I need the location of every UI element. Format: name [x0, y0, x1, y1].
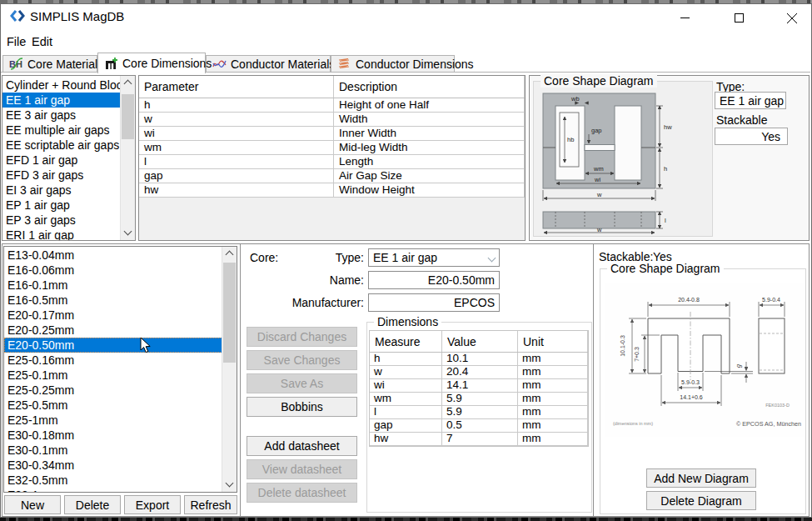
list-item[interactable]: E20-0.17mm — [4, 308, 222, 323]
list-item[interactable]: EFD 1 air gap — [2, 153, 121, 168]
list-item[interactable]: E13-0.04mm — [4, 248, 222, 263]
list-item[interactable]: EP 3 air gaps — [2, 213, 121, 228]
type-combobox[interactable]: EE 1 air gap — [368, 248, 500, 267]
core-list-scrollbar[interactable] — [222, 247, 237, 492]
parameter-description: Air Gap Size — [334, 169, 525, 183]
list-item[interactable]: ERI 1 air gap — [2, 228, 121, 240]
list-item[interactable]: E16-0.1mm — [4, 278, 222, 293]
table-row[interactable]: wWidth — [139, 113, 525, 127]
list-item[interactable]: EP 1 air gap — [2, 198, 121, 213]
close-button[interactable] — [773, 4, 811, 32]
table-row[interactable]: wmMid-leg Width — [139, 141, 525, 155]
svg-text:7+0.3: 7+0.3 — [634, 347, 640, 362]
list-item[interactable]: E25-0.16mm — [4, 353, 222, 368]
table-row[interactable]: wm5.9mm — [370, 393, 588, 406]
measure-value: 20.4 — [442, 366, 518, 378]
list-item[interactable]: EE 3 air gaps — [2, 108, 121, 123]
stackable-value-box: Yes — [715, 128, 788, 145]
list-item[interactable]: E16-0.5mm — [4, 293, 222, 308]
list-item[interactable]: E33-1mm — [4, 488, 222, 492]
list-item[interactable]: E32-0.5mm — [4, 473, 222, 488]
list-item[interactable]: E20-0.50mm — [4, 338, 222, 353]
table-row[interactable]: gapAir Gap Size — [139, 169, 525, 183]
scroll-up-icon[interactable] — [121, 76, 135, 90]
manufacturer-field[interactable]: EPCOS — [368, 293, 500, 312]
menu-edit[interactable]: Edit — [32, 34, 52, 50]
table-row[interactable]: hw7mm — [370, 433, 588, 446]
list-item[interactable]: EE scriptable air gaps — [2, 138, 121, 153]
view-datasheet-button[interactable]: View datasheet — [247, 459, 357, 479]
core-type-list-panel: Cylinder + Round BlockEE 1 air gapEE 3 a… — [2, 75, 136, 241]
svg-text:FEK0103-D: FEK0103-D — [765, 403, 790, 408]
svg-text:5.9-0.4: 5.9-0.4 — [762, 297, 780, 303]
groupbox-title: Core Shape Diagram — [541, 74, 657, 88]
list-item[interactable]: EE 1 air gap — [2, 93, 121, 108]
svg-text:wm: wm — [593, 165, 604, 173]
measure-value: 0.5 — [442, 419, 518, 432]
table-row[interactable]: l5.9mm — [370, 406, 588, 419]
table-row[interactable]: h10.1mm — [370, 353, 588, 366]
measure-unit: mm — [518, 353, 588, 365]
measure-value: 5.9 — [442, 406, 518, 418]
maximize-button[interactable] — [720, 4, 758, 32]
table-row[interactable]: wi14.1mm — [370, 379, 588, 393]
list-item[interactable]: E25-1mm — [4, 413, 222, 428]
list-item[interactable]: Cylinder + Round Block — [2, 78, 121, 93]
add-datasheet-button[interactable]: Add datasheet — [247, 436, 357, 456]
scrollbar-thumb[interactable] — [122, 94, 134, 139]
list-item[interactable]: E30-0.1mm — [4, 443, 222, 458]
groupbox-title: Dimensions — [374, 315, 441, 328]
delete-diagram-button[interactable]: Delete Diagram — [646, 491, 756, 510]
save-changes-button[interactable]: Save Changes — [247, 350, 357, 370]
tab-conductor-materials[interactable]: Conductor Materials — [206, 55, 331, 73]
table-row[interactable]: lLength — [139, 155, 525, 169]
list-item[interactable]: E25-0.25mm — [4, 383, 222, 398]
list-item[interactable]: E20-0.25mm — [4, 323, 222, 338]
export-button[interactable]: Export — [124, 495, 181, 514]
column-header: Measure — [370, 331, 442, 352]
new-button[interactable]: New — [4, 495, 61, 514]
menu-file[interactable]: File — [7, 34, 26, 50]
table-row[interactable]: wiInner Width — [139, 127, 525, 141]
name-field[interactable]: E20-0.50mm — [368, 271, 500, 289]
scroll-down-icon[interactable] — [222, 478, 237, 492]
table-row[interactable]: hHeight of one Half — [139, 98, 525, 113]
list-item[interactable]: E25-0.5mm — [4, 398, 222, 413]
save-as-button[interactable]: Save As — [247, 373, 357, 393]
delete-button[interactable]: Delete — [64, 495, 121, 514]
tab-core-dimensions[interactable]: Core Dimensions — [97, 53, 206, 73]
svg-text:h: h — [664, 165, 667, 173]
list-item[interactable]: E25-0.1mm — [4, 368, 222, 383]
add-new-diagram-button[interactable]: Add New Diagram — [646, 468, 756, 488]
table-row[interactable]: hwWindow Height — [139, 183, 525, 198]
bobbins-button[interactable]: Bobbins — [247, 397, 357, 417]
minimize-button[interactable] — [665, 4, 704, 32]
tab-conductor-dimensions[interactable]: Conductor Dimensions — [331, 55, 455, 73]
list-item[interactable]: E16-0.06mm — [4, 263, 222, 278]
tab-core-materials[interactable]: BH Core Materials — [2, 55, 97, 73]
list-item[interactable]: EE multiple air gaps — [2, 123, 121, 138]
list-item[interactable]: E30-0.18mm — [4, 428, 222, 443]
refresh-button[interactable]: Refresh — [184, 495, 237, 514]
scrollbar-thumb[interactable] — [223, 263, 236, 363]
table-row[interactable]: w20.4mm — [370, 366, 588, 379]
scroll-up-icon[interactable] — [222, 247, 237, 261]
measure-name: w — [370, 366, 442, 378]
svg-text:hw: hw — [664, 123, 672, 131]
measure-unit: mm — [518, 366, 588, 378]
list-item[interactable]: EI 3 air gaps — [2, 183, 121, 198]
delete-datasheet-button[interactable]: Delete datasheet — [247, 483, 357, 503]
measure-name: wm — [370, 393, 442, 405]
stackable-label: Stackable — [716, 113, 767, 127]
table-row[interactable]: gap0.5mm — [370, 419, 588, 433]
list-item[interactable]: E30-0.34mm — [4, 458, 222, 473]
list-item[interactable]: EFD 3 air gaps — [2, 168, 121, 183]
discard-changes-button[interactable]: Discard Changes — [247, 327, 357, 347]
scroll-down-icon[interactable] — [121, 226, 135, 240]
bh-curve-icon: BH — [9, 58, 23, 70]
parameter-description: Width — [334, 113, 525, 126]
type-field-label: Type: — [281, 249, 364, 267]
measure-name: h — [370, 353, 442, 365]
core-type-scrollbar[interactable] — [120, 76, 135, 240]
column-header: Unit — [518, 331, 588, 352]
